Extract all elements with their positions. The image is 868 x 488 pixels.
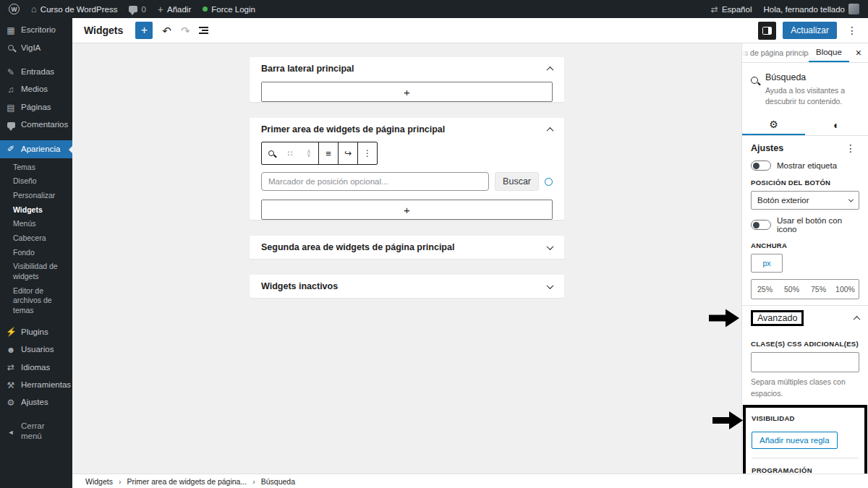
block-inspector: ts de página principal Bloque Búsqueda A… (741, 43, 868, 474)
sidebar-item-vigia[interactable]: VigIA (0, 39, 72, 56)
collapse-menu-button[interactable]: Cerrar menú (0, 418, 72, 445)
widget-area-segunda: Segunda area de widgets de página princi… (250, 236, 564, 259)
block-inserter-button[interactable] (135, 22, 153, 39)
add-block-appender[interactable] (261, 82, 553, 102)
language-switcher[interactable]: Español (711, 4, 752, 14)
submenu-item-editor-archivos[interactable]: Editor de archivos de temas (0, 284, 72, 318)
block-card: Búsqueda Ayuda a los visitantes a descub… (742, 63, 868, 115)
tab-settings[interactable] (742, 115, 805, 135)
sidebar-item-comentarios[interactable]: Comentarios (0, 116, 72, 134)
chevron-up-icon (547, 127, 554, 134)
breadcrumb-area[interactable]: Primer area de widgets de página... (113, 477, 247, 486)
widget-area-header[interactable]: Primer area de widgets de página princip… (250, 118, 564, 141)
undo-button[interactable] (162, 25, 171, 36)
resize-handle[interactable] (545, 178, 553, 186)
add-rule-button[interactable]: Añadir nueva regla (752, 432, 838, 449)
width-75-button[interactable]: 75% (805, 280, 832, 299)
add-new-menu[interactable]: Añadir (158, 4, 191, 15)
submenu-item-personalizar[interactable]: Personalizar (0, 189, 72, 203)
languages-icon (6, 362, 16, 372)
sidebar-item-usuarios[interactable]: Usuarios (0, 341, 72, 359)
force-login-status[interactable]: Force Login (203, 5, 255, 14)
css-classes-input[interactable] (751, 352, 859, 372)
toggle-label: Usar el botón con icono (777, 216, 859, 234)
settings-sidebar-toggle[interactable] (758, 22, 776, 40)
settings-options-button[interactable] (842, 142, 859, 154)
status-dot-icon (203, 7, 208, 12)
submenu-item-widgets[interactable]: Widgets (0, 203, 72, 218)
submenu-item-temas[interactable]: Temas (0, 160, 72, 175)
justification-button[interactable] (319, 142, 338, 164)
width-100-button[interactable]: 100% (832, 280, 859, 299)
sidebar-item-label: Herramientas (21, 380, 71, 390)
sidebar-item-label: Escritorio (21, 25, 56, 35)
toggle-label: Mostrar etiqueta (777, 161, 837, 170)
widget-area-title: Segunda area de widgets de página princi… (261, 242, 454, 252)
settings-title: Ajustes (751, 143, 783, 153)
breadcrumb-widgets[interactable]: Widgets (85, 477, 113, 486)
close-icon[interactable] (849, 47, 868, 59)
search-block-type-button[interactable] (262, 142, 281, 164)
search-placeholder-input[interactable] (261, 172, 489, 191)
block-options-button[interactable] (358, 142, 377, 164)
update-button[interactable]: Actualizar (783, 22, 837, 39)
site-menu[interactable]: Curso de WordPress (31, 4, 117, 14)
search-submit-button[interactable]: Buscar (495, 172, 539, 191)
width-50-button[interactable]: 50% (778, 280, 805, 299)
add-block-appender[interactable] (261, 200, 553, 220)
force-login-label: Force Login (211, 5, 255, 14)
width-25-button[interactable]: 25% (752, 280, 778, 299)
settings-section: Ajustes Mostrar etiqueta POSICIÓN DEL BO… (742, 136, 868, 305)
redo-button[interactable] (181, 25, 190, 36)
sidebar-item-paginas[interactable]: Páginas (0, 99, 72, 116)
sidebar-item-escritorio[interactable]: Escritorio (0, 22, 72, 39)
widget-area-header[interactable]: Segunda area de widgets de página princi… (250, 236, 564, 259)
admin-menu: Escritorio VigIA Entradas Medios Páginas… (0, 18, 72, 488)
button-position-button[interactable] (339, 142, 357, 164)
sidebar-item-plugins[interactable]: Plugins (0, 323, 72, 341)
select-value: Botón exterior (757, 196, 809, 205)
css-classes-help: Separa múltiples clases con espacios. (751, 377, 859, 398)
sidebar-item-entradas[interactable]: Entradas (0, 64, 72, 81)
submenu-item-fondo[interactable]: Fondo (0, 246, 72, 260)
widget-area-header[interactable]: Widgets inactivos (250, 275, 564, 298)
button-position-select[interactable]: Botón exterior (751, 191, 859, 210)
submenu-item-menus[interactable]: Menús (0, 217, 72, 231)
chevron-down-icon (547, 243, 554, 250)
tab-styles[interactable] (805, 115, 868, 135)
icon-button-toggle-row[interactable]: Usar el botón con icono (751, 216, 859, 234)
move-up-down-icon: ∧∨ (307, 150, 311, 157)
show-label-toggle-row[interactable]: Mostrar etiqueta (751, 160, 859, 171)
breadcrumb-block[interactable]: Búsqueda (247, 477, 295, 486)
submenu-item-diseno[interactable]: Diseño (0, 174, 72, 189)
tab-block[interactable]: Bloque (809, 43, 849, 62)
tab-widget-area[interactable]: ts de página principal (742, 43, 809, 62)
sidebar-item-medios[interactable]: Medios (0, 81, 72, 98)
media-icon (6, 85, 16, 95)
submenu-item-cabecera[interactable]: Cabecera (0, 231, 72, 246)
width-unit-selector[interactable]: px (751, 254, 783, 273)
user-account-menu[interactable]: Hola, fernando tellado (763, 4, 859, 14)
sidebar-item-apariencia[interactable]: Apariencia (0, 140, 72, 158)
advanced-panel-header[interactable]: Avanzado (742, 305, 868, 330)
menu-separator (0, 57, 72, 64)
block-title: Búsqueda (765, 72, 859, 82)
block-mover[interactable]: ∧∨ (299, 142, 318, 164)
comments-shortcut[interactable]: 0 (129, 5, 145, 14)
pages-icon (6, 103, 16, 113)
search-block: Buscar (261, 172, 553, 191)
wordpress-widgets-editor: Curso de WordPress 0 Añadir Force Login … (0, 0, 868, 488)
sidebar-item-idiomas[interactable]: Idiomas (0, 359, 72, 376)
drag-handle-icon[interactable] (281, 142, 299, 164)
sidebar-item-herramientas[interactable]: Herramientas (0, 377, 72, 394)
width-label: ANCHURA (751, 241, 859, 249)
admin-bar-right: Español Hola, fernando tellado (711, 4, 859, 14)
sidebar-item-label: Apariencia (21, 145, 60, 155)
widget-area-header[interactable]: Barra lateral principal (250, 57, 564, 80)
sidebar-item-ajustes[interactable]: Ajustes (0, 394, 72, 411)
more-options-button[interactable] (843, 25, 861, 36)
submenu-item-visibilidad-widgets[interactable]: Visibilidad de widgets (0, 260, 72, 283)
comments-menu-icon (6, 120, 16, 130)
list-view-button[interactable] (199, 27, 208, 34)
wordpress-logo-icon[interactable] (9, 4, 20, 14)
